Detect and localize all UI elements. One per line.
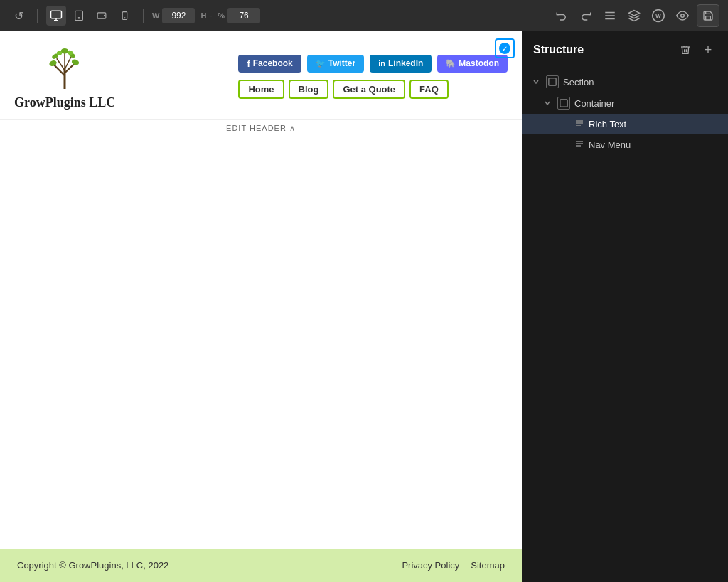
zoom-input[interactable] [228, 8, 260, 23]
nav-menu-lines-icon [574, 139, 584, 151]
nav-blog-button[interactable]: Blog [289, 80, 329, 99]
nav-home-button[interactable]: Home [238, 80, 284, 99]
tree-item-container[interactable]: Container [522, 92, 728, 114]
linkedin-label: LinkedIn [388, 58, 423, 68]
canvas-area: GrowPlugins LLC f Facebook 🐦 Twitter [0, 31, 522, 582]
tree-item-section[interactable]: Section [522, 71, 728, 92]
logo-area: GrowPlugins LLC [14, 43, 115, 110]
delete-button[interactable] [677, 41, 694, 58]
redo-button[interactable] [576, 6, 596, 26]
selection-indicator: ✓ [495, 38, 515, 58]
nav-menu-toggle-spacer [559, 139, 570, 151]
edit-header-bar[interactable]: EDIT HEADER ∧ [0, 119, 522, 137]
selection-check-icon: ✓ [499, 43, 510, 54]
save-button[interactable] [697, 4, 719, 27]
social-buttons: f Facebook 🐦 Twitter in LinkedIn 🐘 [238, 55, 508, 73]
facebook-label: Facebook [253, 58, 293, 68]
toolbar-right: W [552, 4, 719, 27]
layers-button[interactable] [624, 6, 644, 26]
height-separator: - [209, 11, 212, 21]
container-box-icon [557, 97, 570, 110]
svg-point-4 [78, 18, 79, 18]
height-input-group: H - [200, 11, 212, 21]
twitter-label: Twitter [328, 58, 355, 68]
sidebar-header-icons: + [677, 41, 717, 58]
sitemap-link[interactable]: Sitemap [471, 560, 505, 571]
section-box-icon [546, 75, 559, 88]
add-button[interactable]: + [700, 41, 717, 58]
preview-button[interactable] [673, 6, 692, 26]
sidebar-title: Structure [533, 43, 584, 56]
rich-text-toggle-spacer [559, 119, 570, 130]
container-toggle[interactable] [542, 97, 553, 109]
top-toolbar: ↺ W H - % [0, 0, 728, 31]
facebook-icon: f [247, 58, 250, 69]
svg-marker-12 [629, 11, 640, 16]
divider-2 [143, 9, 144, 23]
linkedin-button[interactable]: in LinkedIn [370, 55, 432, 73]
sidebar: Structure + Section [522, 31, 728, 582]
width-input[interactable] [162, 8, 195, 23]
footer-links: Privacy Policy Sitemap [402, 560, 505, 571]
header-section: GrowPlugins LLC f Facebook 🐦 Twitter [0, 31, 522, 110]
svg-rect-29 [549, 78, 556, 85]
mastodon-label: Mastodon [459, 58, 499, 68]
mobile-portrait-button[interactable] [114, 6, 134, 26]
device-switcher [46, 6, 134, 26]
sidebar-header: Structure + [522, 31, 728, 68]
svg-point-6 [105, 15, 105, 16]
page-canvas: GrowPlugins LLC f Facebook 🐦 Twitter [0, 31, 522, 582]
svg-line-18 [65, 64, 75, 73]
logo-image [43, 43, 86, 92]
desktop-button[interactable] [46, 6, 66, 26]
social-nav: f Facebook 🐦 Twitter in LinkedIn 🐘 [238, 55, 508, 99]
wordpress-button[interactable]: W [648, 6, 668, 26]
undo-button[interactable] [552, 6, 572, 26]
svg-line-17 [54, 65, 65, 75]
nav-menu-label: Nav Menu [589, 139, 719, 150]
svg-point-15 [681, 14, 685, 18]
facebook-button[interactable]: f Facebook [238, 55, 301, 73]
rich-text-label: Rich Text [589, 119, 719, 129]
container-label: Container [574, 98, 719, 109]
section-label: Section [563, 77, 719, 88]
main-area: GrowPlugins LLC f Facebook 🐦 Twitter [0, 31, 728, 582]
tablet-button[interactable] [69, 6, 89, 26]
edit-header-label: EDIT HEADER ∧ [226, 124, 296, 132]
zoom-input-group: % [218, 8, 260, 23]
twitter-button[interactable]: 🐦 Twitter [307, 55, 364, 73]
mastodon-icon: 🐘 [446, 59, 456, 68]
footer-area: Copyright © GrowPlugins, LLC, 2022 Priva… [0, 549, 522, 582]
privacy-policy-link[interactable]: Privacy Policy [402, 560, 459, 571]
rich-text-lines-icon [574, 118, 584, 130]
zoom-label: % [218, 11, 225, 20]
structure-tree: Section Container Rich Text [522, 68, 728, 582]
svg-text:W: W [655, 12, 661, 19]
width-label: W [152, 11, 159, 20]
nav-quote-button[interactable]: Get a Quote [333, 80, 405, 99]
logo-text: GrowPlugins LLC [14, 95, 115, 110]
nav-faq-button[interactable]: FAQ [410, 80, 449, 99]
twitter-icon: 🐦 [316, 59, 326, 68]
nav-buttons: Home Blog Get a Quote FAQ [238, 80, 448, 99]
svg-point-26 [61, 48, 69, 54]
tree-item-nav-menu[interactable]: Nav Menu [522, 134, 728, 155]
svg-rect-3 [75, 11, 83, 20]
svg-rect-0 [51, 11, 62, 18]
width-input-group: W [152, 8, 195, 23]
mobile-landscape-button[interactable] [92, 6, 112, 26]
tree-item-rich-text[interactable]: Rich Text [522, 114, 728, 134]
height-label: H [200, 11, 206, 20]
section-toggle[interactable] [530, 76, 542, 88]
footer-copyright: Copyright © GrowPlugins, LLC, 2022 [17, 560, 168, 571]
svg-rect-30 [560, 100, 567, 107]
hamburger-button[interactable] [600, 6, 620, 26]
refresh-button[interactable]: ↺ [9, 6, 28, 26]
svg-point-8 [124, 18, 124, 18]
linkedin-icon: in [378, 59, 385, 68]
divider-1 [37, 9, 38, 23]
